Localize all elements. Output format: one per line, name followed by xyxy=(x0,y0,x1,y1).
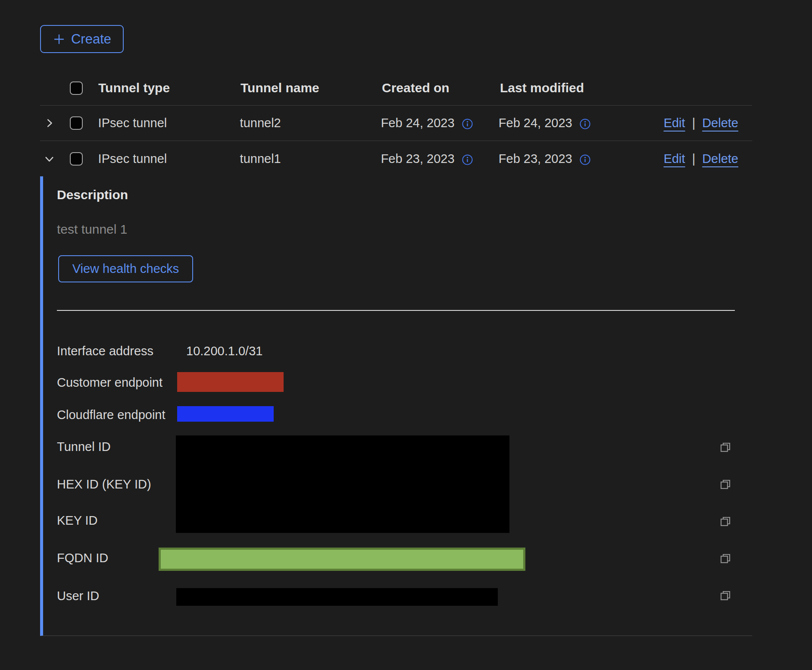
key-id-label: KEY ID xyxy=(57,513,98,528)
row-checkbox[interactable] xyxy=(70,116,83,130)
interface-address-label: Interface address xyxy=(57,344,153,358)
tunnels-page: Create Tunnel type Tunnel name Created o… xyxy=(0,0,812,670)
expander-cell xyxy=(40,117,70,129)
panel-divider xyxy=(57,310,735,311)
delete-link[interactable]: Delete xyxy=(702,116,738,130)
delete-link[interactable]: Delete xyxy=(702,152,738,166)
plus-icon xyxy=(53,33,66,46)
create-button-label: Create xyxy=(71,31,111,47)
customer-endpoint-label: Customer endpoint xyxy=(57,376,162,390)
chevron-right-icon[interactable] xyxy=(44,117,55,129)
user-id-redacted-value xyxy=(176,588,498,606)
select-all-cell xyxy=(70,81,98,95)
hex-id-label: HEX ID (KEY ID) xyxy=(57,477,151,492)
created-on-cell: Feb 24, 2023 xyxy=(381,116,499,130)
expander-cell xyxy=(40,153,70,165)
tunnel-detail-panel: Description test tunnel 1 View health ch… xyxy=(40,176,752,636)
chevron-down-icon[interactable] xyxy=(44,153,55,165)
created-on-value: Feb 24, 2023 xyxy=(381,116,455,130)
actions-separator: | xyxy=(692,116,696,130)
info-icon[interactable] xyxy=(579,154,591,166)
customer-endpoint-redacted-value xyxy=(177,372,284,392)
tunnel-name-value: tunnel2 xyxy=(240,116,381,130)
ids-redacted-value-block xyxy=(176,435,509,533)
interface-address-value: 10.200.1.0/31 xyxy=(186,344,262,358)
copy-icon-fqdn-id[interactable] xyxy=(719,552,731,564)
last-modified-value: Feb 23, 2023 xyxy=(499,152,572,166)
created-on-value: Feb 23, 2023 xyxy=(381,152,455,166)
row-actions-cell: Edit | Delete xyxy=(664,152,752,166)
actions-separator: | xyxy=(692,152,696,166)
column-header-created-on: Created on xyxy=(382,81,500,95)
description-heading: Description xyxy=(57,188,128,202)
select-all-checkbox[interactable] xyxy=(70,81,83,95)
info-icon[interactable] xyxy=(462,154,473,166)
last-modified-cell: Feb 23, 2023 xyxy=(499,152,664,166)
table-header-row: Tunnel type Tunnel name Created on Last … xyxy=(40,71,752,106)
tunnel-type-value: IPsec tunnel xyxy=(98,152,240,166)
copy-icon-tunnel-id[interactable] xyxy=(719,441,731,453)
created-on-cell: Feb 23, 2023 xyxy=(381,152,499,166)
column-header-tunnel-name: Tunnel name xyxy=(240,81,382,95)
cloudflare-endpoint-redacted-value xyxy=(177,406,274,422)
view-health-checks-button[interactable]: View health checks xyxy=(58,255,193,282)
row-actions-cell: Edit | Delete xyxy=(664,116,752,130)
info-icon[interactable] xyxy=(579,118,591,130)
table-row-tunnel2: IPsec tunnel tunnel2 Feb 24, 2023 Feb 24… xyxy=(40,106,752,141)
user-id-label: User ID xyxy=(57,589,99,603)
copy-icon-key-id[interactable] xyxy=(719,515,731,527)
column-header-tunnel-type: Tunnel type xyxy=(98,81,240,95)
table-row-tunnel1: IPsec tunnel tunnel1 Feb 23, 2023 Feb 23… xyxy=(40,141,752,176)
row-checkbox-cell xyxy=(70,152,98,166)
tunnel-name-value: tunnel1 xyxy=(240,152,381,166)
last-modified-cell: Feb 24, 2023 xyxy=(499,116,664,130)
fqdn-id-redacted-value xyxy=(159,548,525,571)
info-icon[interactable] xyxy=(462,118,473,130)
tunnel-type-value: IPsec tunnel xyxy=(98,116,240,130)
edit-link[interactable]: Edit xyxy=(664,116,685,130)
tunnel-id-label: Tunnel ID xyxy=(57,440,111,454)
edit-link[interactable]: Edit xyxy=(664,152,685,166)
tunnels-table: Tunnel type Tunnel name Created on Last … xyxy=(40,71,752,636)
fqdn-id-label: FQDN ID xyxy=(57,551,108,565)
column-header-last-modified: Last modified xyxy=(500,81,665,95)
last-modified-value: Feb 24, 2023 xyxy=(499,116,572,130)
description-text: test tunnel 1 xyxy=(57,222,127,237)
cloudflare-endpoint-label: Cloudflare endpoint xyxy=(57,408,166,422)
copy-icon-hex-id[interactable] xyxy=(719,478,731,490)
create-button[interactable]: Create xyxy=(40,25,124,53)
row-checkbox[interactable] xyxy=(70,152,83,166)
copy-icon-user-id[interactable] xyxy=(719,589,731,601)
row-checkbox-cell xyxy=(70,116,98,130)
